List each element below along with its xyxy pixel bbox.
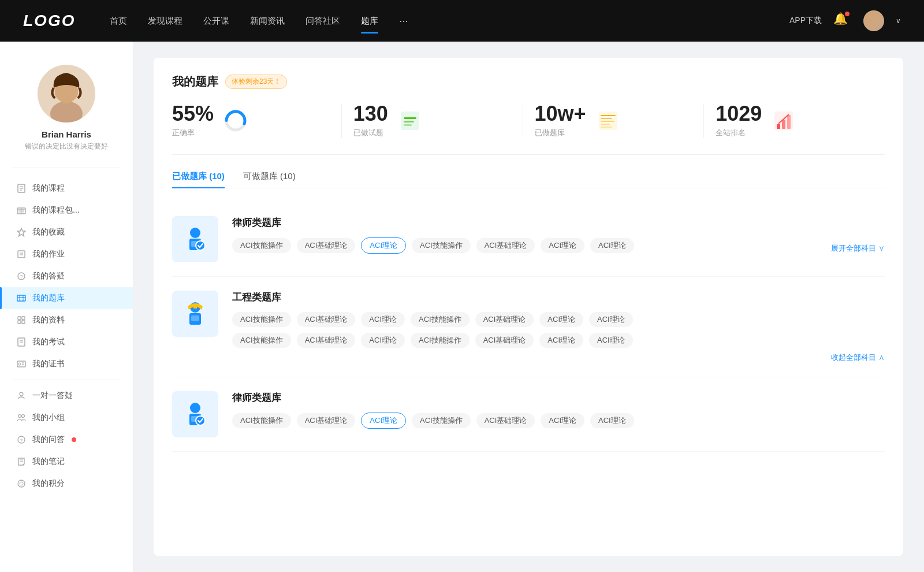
sidebar-item-course[interactable]: 我的课程 xyxy=(0,177,133,199)
sidebar-item-certificate[interactable]: 我的证书 xyxy=(0,353,133,375)
sidebar-item-homework[interactable]: 我的作业 xyxy=(0,243,133,265)
sidebar-item-my-qa[interactable]: ? 我的问答 xyxy=(0,429,133,451)
done-questions-icon xyxy=(397,108,423,133)
chevron-down-icon[interactable]: ∨ xyxy=(896,17,901,25)
notes-icon xyxy=(16,456,27,467)
tab-done[interactable]: 已做题库 (10) xyxy=(172,171,225,188)
sidebar-item-one-on-one[interactable]: 一对一答疑 xyxy=(0,385,133,407)
bank-tags-1: ACI技能操作 ACI基础理论 ACI理论 ACI技能操作 ACI基础理论 AC… xyxy=(232,237,634,254)
svg-rect-64 xyxy=(191,315,199,321)
svg-rect-57 xyxy=(787,115,791,129)
bank-tag[interactable]: ACI技能操作 xyxy=(412,413,471,428)
bank-tag[interactable]: ACI技能操作 xyxy=(411,333,470,348)
bank-tag[interactable]: ACI理论 xyxy=(361,312,405,327)
nav-menu: 首页 发现课程 公开课 新闻资讯 问答社区 题库 ··· xyxy=(110,13,789,29)
page-title: 我的题库 xyxy=(172,74,218,90)
bank-tag[interactable]: ACI理论 xyxy=(539,312,583,327)
sidebar-item-questions[interactable]: ? 我的答疑 xyxy=(0,265,133,287)
nav-more[interactable]: ··· xyxy=(399,15,408,27)
bank-tag[interactable]: ACI基础理论 xyxy=(297,238,356,253)
svg-rect-25 xyxy=(22,321,25,324)
sidebar-item-bank[interactable]: 我的题库 xyxy=(0,287,133,309)
points-icon xyxy=(16,478,27,489)
bank-item-1: 律师类题库 ACI技能操作 ACI基础理论 ACI理论 ACI技能操作 ACI基… xyxy=(172,202,885,277)
sidebar-item-label: 我的问答 xyxy=(32,434,65,445)
sidebar-item-notes[interactable]: 我的笔记 xyxy=(0,451,133,473)
tab-available[interactable]: 可做题库 (10) xyxy=(243,171,296,188)
bank-tag-selected[interactable]: ACI理论 xyxy=(361,237,406,254)
bank-tag[interactable]: ACI理论 xyxy=(590,238,634,253)
nav-qa[interactable]: 问答社区 xyxy=(305,13,340,29)
svg-rect-51 xyxy=(601,121,614,122)
nav-open[interactable]: 公开课 xyxy=(203,13,229,29)
bank-tag[interactable]: ACI基础理论 xyxy=(297,413,356,428)
sidebar-item-label: 我的收藏 xyxy=(32,227,65,237)
svg-point-66 xyxy=(190,403,200,413)
main-content: 我的题库 体验剩余23天！ 55% 正确率 xyxy=(133,42,924,572)
nav-bank[interactable]: 题库 xyxy=(361,13,378,29)
sidebar-menu: 我的课程 我的课程包... 我的收藏 我的作业 xyxy=(0,173,133,499)
bank-tag[interactable]: ACI基础理论 xyxy=(475,333,534,348)
sidebar-item-favorites[interactable]: 我的收藏 xyxy=(0,221,133,243)
svg-rect-49 xyxy=(601,115,616,116)
ranking-icon xyxy=(771,108,796,133)
bank-icon-lawyer-3 xyxy=(172,391,218,437)
sidebar-item-points[interactable]: 我的积分 xyxy=(0,473,133,495)
stat-accuracy: 55% 正确率 xyxy=(172,103,342,138)
bank-tag[interactable]: ACI理论 xyxy=(361,333,405,348)
bank-tag[interactable]: ACI基础理论 xyxy=(476,413,535,428)
bank-tag[interactable]: ACI理论 xyxy=(589,312,633,327)
expand-button-1[interactable]: 展开全部科目 ∨ xyxy=(831,243,885,254)
svg-rect-22 xyxy=(18,317,21,320)
nav-home[interactable]: 首页 xyxy=(110,13,127,29)
svg-rect-23 xyxy=(22,317,25,320)
avatar[interactable] xyxy=(863,10,884,31)
bank-list: 律师类题库 ACI技能操作 ACI基础理论 ACI理论 ACI技能操作 ACI基… xyxy=(172,202,885,452)
unread-dot xyxy=(72,437,76,442)
svg-rect-13 xyxy=(18,251,25,258)
bank-tag[interactable]: ACI技能操作 xyxy=(232,312,291,327)
svg-rect-65 xyxy=(193,305,197,309)
bank-tag[interactable]: ACI基础理论 xyxy=(297,312,356,327)
profile-bio: 错误的决定比没有决定要好 xyxy=(25,142,108,151)
navbar: LOGO 首页 发现课程 公开课 新闻资讯 问答社区 题库 ··· APP下载 … xyxy=(0,0,924,42)
bank-tag[interactable]: ACI技能操作 xyxy=(232,238,291,253)
sidebar: Brian Harris 错误的决定比没有决定要好 我的课程 我的课程包... xyxy=(0,42,133,572)
stat-ranking-content: 1029 全站排名 xyxy=(716,103,762,138)
sidebar-item-label: 我的资料 xyxy=(32,315,65,325)
bank-tag-selected[interactable]: ACI理论 xyxy=(361,413,406,429)
bank-tag[interactable]: ACI理论 xyxy=(590,413,634,428)
nav-news[interactable]: 新闻资讯 xyxy=(250,13,285,29)
question-icon: ? xyxy=(16,271,27,281)
bank-tag[interactable]: ACI技能操作 xyxy=(411,312,470,327)
bank-tag[interactable]: ACI理论 xyxy=(541,413,584,428)
nav-discover[interactable]: 发现课程 xyxy=(148,13,182,29)
bank-tag[interactable]: ACI理论 xyxy=(539,333,583,348)
bank-tag[interactable]: ACI技能操作 xyxy=(232,333,291,348)
materials-icon xyxy=(16,315,27,325)
bank-title-3: 律师类题库 xyxy=(232,391,885,404)
bank-tag[interactable]: ACI基础理论 xyxy=(475,312,534,327)
bank-tag[interactable]: ACI技能操作 xyxy=(232,413,291,428)
collapse-button-2[interactable]: 收起全部科目 ∧ xyxy=(232,352,885,363)
svg-point-33 xyxy=(20,392,23,396)
logo[interactable]: LOGO xyxy=(23,12,75,30)
bank-tag[interactable]: ACI理论 xyxy=(589,333,633,348)
bank-tag[interactable]: ACI基础理论 xyxy=(297,333,356,348)
svg-text:?: ? xyxy=(20,274,23,280)
svg-text:?: ? xyxy=(20,438,23,443)
profile-name: Brian Harris xyxy=(42,129,91,139)
svg-marker-12 xyxy=(17,228,25,236)
sidebar-item-group[interactable]: 我的小组 xyxy=(0,407,133,429)
bank-tag[interactable]: ACI理论 xyxy=(541,238,584,253)
app-download-link[interactable]: APP下载 xyxy=(789,16,822,26)
bank-tag[interactable]: ACI基础理论 xyxy=(476,238,535,253)
sidebar-item-package[interactable]: 我的课程包... xyxy=(0,199,133,221)
stat-done-banks-value: 10w+ xyxy=(535,103,586,124)
sidebar-item-materials[interactable]: 我的资料 xyxy=(0,309,133,331)
sidebar-item-exam[interactable]: 我的考试 xyxy=(0,331,133,353)
notification-bell[interactable]: 🔔 xyxy=(833,12,852,30)
bank-icon-engineer xyxy=(172,291,218,337)
bank-tag[interactable]: ACI技能操作 xyxy=(412,238,471,253)
accuracy-icon xyxy=(223,108,248,133)
